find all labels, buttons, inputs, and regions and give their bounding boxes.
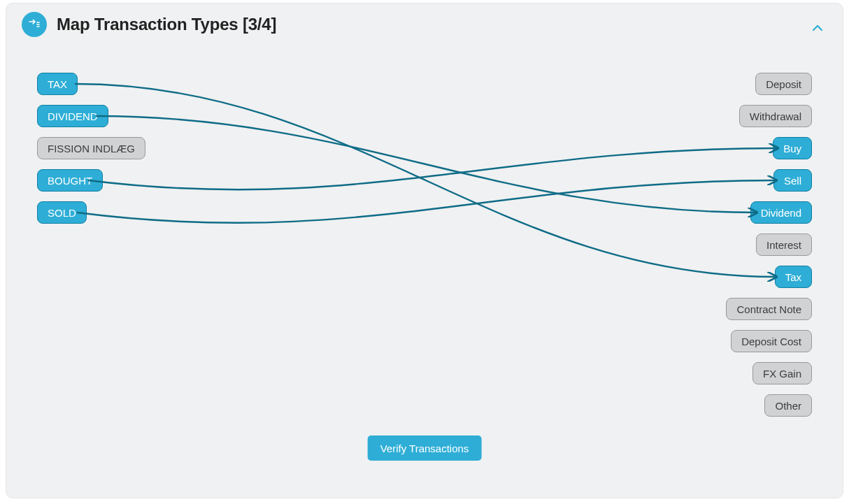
target-dividend[interactable]: Dividend [750,201,812,224]
target-tax[interactable]: Tax [775,266,812,288]
target-withdrawal[interactable]: Withdrawal [739,105,812,127]
target-other[interactable]: Other [764,394,812,417]
target-fx-gain[interactable]: FX Gain [752,362,812,384]
source-tax[interactable]: TAX [37,73,78,95]
source-dividend[interactable]: DIVIDEND [37,105,108,127]
source-fission-indlaeg[interactable]: FISSION INDLÆG [37,137,145,159]
panel-title: Map Transaction Types [3/4] [57,15,276,34]
target-deposit[interactable]: Deposit [755,73,812,95]
source-sold[interactable]: SOLD [37,201,87,224]
target-contract-note[interactable]: Contract Note [726,298,812,320]
map-transaction-panel: Map Transaction Types [3/4] TAX DIVIDEND… [6,3,843,498]
target-sell[interactable]: Sell [773,169,812,192]
target-deposit-cost[interactable]: Deposit Cost [731,330,812,352]
target-buy[interactable]: Buy [773,137,812,159]
mapping-connections [6,3,844,499]
collapse-chevron-icon[interactable] [812,22,823,34]
verify-transactions-button[interactable]: Verify Transactions [368,435,482,461]
source-bought[interactable]: BOUGHT [37,169,103,192]
panel-header: Map Transaction Types [3/4] [6,3,843,45]
mapping-icon [22,12,47,37]
target-interest[interactable]: Interest [756,233,812,256]
